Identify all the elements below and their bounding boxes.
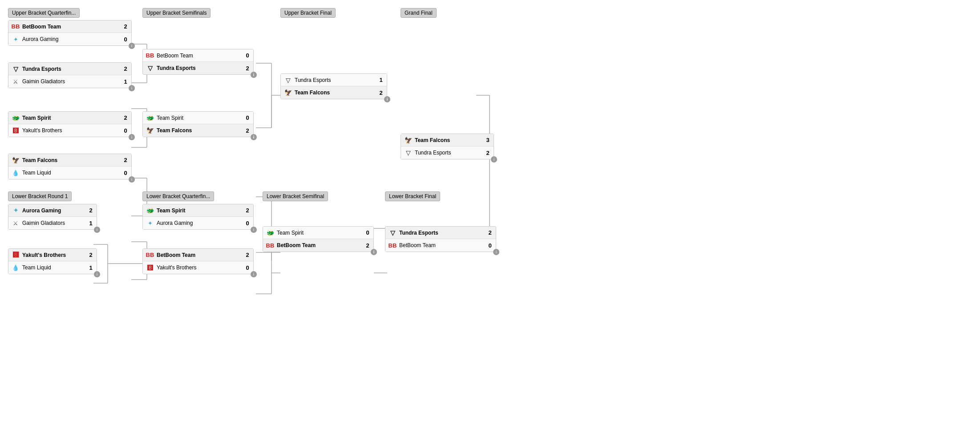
- team-name: Team Liquid: [22, 264, 86, 271]
- team-name: Tundra Esports: [399, 230, 485, 236]
- team-name: Team Falcons: [295, 89, 376, 96]
- team-score: 2: [487, 229, 493, 236]
- team-score: 1: [378, 77, 384, 83]
- logo-yakult: 🅱: [145, 263, 155, 272]
- team-score: 0: [244, 264, 251, 271]
- logo-falcons: 🦅: [283, 88, 293, 98]
- label-lbr1: Lower Bracket Round 1: [8, 191, 72, 201]
- team-score: 0: [487, 242, 493, 249]
- team-row: ▽ Tundra Esports 2 i: [401, 146, 494, 159]
- logo-gaimin: ⚔: [11, 77, 20, 86]
- logo-betboom: BB: [11, 22, 20, 32]
- team-row: 🦅 Team Falcons 2: [8, 154, 131, 167]
- logo-betboom: BB: [145, 51, 155, 61]
- team-score: 0: [364, 229, 371, 236]
- team-score: 2: [122, 114, 129, 121]
- team-score: 2: [88, 207, 94, 214]
- team-row: 🅱 Yakult's Brothers 2: [8, 249, 97, 261]
- label-gf: Grand Final: [401, 8, 437, 18]
- team-score: 0: [244, 52, 251, 59]
- logo-spirit: 🐲: [265, 228, 275, 238]
- logo-spirit: 🐲: [145, 113, 155, 123]
- info-icon[interactable]: i: [251, 72, 257, 78]
- team-name: BetBoom Team: [399, 242, 485, 248]
- info-icon[interactable]: i: [129, 134, 135, 140]
- team-name: BetBoom Team: [22, 24, 121, 30]
- team-name: Team Spirit: [277, 230, 363, 236]
- team-name: Team Falcons: [157, 127, 243, 134]
- label-lbq: Lower Bracket Quarterfin...: [142, 191, 214, 201]
- team-name: Aurora Gaming: [22, 36, 121, 42]
- match-ubs1: BB BetBoom Team 0 ▽ Tundra Esports 2 i: [142, 49, 254, 75]
- logo-betboom: BB: [145, 250, 155, 260]
- logo-tundra: ▽: [283, 75, 293, 85]
- team-score: 2: [485, 150, 491, 156]
- match-ubq3: 🐲 Team Spirit 2 🅱 Yakult's Brothers 0 i: [8, 111, 132, 137]
- logo-tundra: ▽: [11, 64, 20, 74]
- team-row: ▽ Tundra Esports 1: [281, 74, 387, 86]
- team-score: 2: [122, 65, 129, 72]
- label-lbf: Lower Bracket Final: [385, 191, 440, 201]
- info-icon[interactable]: i: [129, 43, 135, 49]
- logo-aurora: ✦: [11, 34, 20, 44]
- logo-yakult: 🅱: [11, 126, 20, 135]
- info-icon[interactable]: i: [371, 249, 377, 255]
- team-row: ▽ Tundra Esports 2: [385, 227, 496, 239]
- info-icon[interactable]: i: [129, 176, 135, 183]
- team-name: Tundra Esports: [295, 77, 376, 83]
- team-name: Yakult's Brothers: [157, 264, 243, 271]
- logo-betboom: BB: [265, 240, 275, 250]
- team-row: 🅱 Yakult's Brothers 0 i: [8, 124, 131, 137]
- logo-tundra: ▽: [388, 228, 397, 238]
- label-ubq: Upper Bracket Quarterfin...: [8, 8, 80, 18]
- match-lbq2: BB BetBoom Team 2 🅱 Yakult's Brothers 0 …: [142, 248, 254, 274]
- team-row: BB BetBoom Team 2: [8, 20, 131, 33]
- info-icon[interactable]: i: [94, 271, 100, 277]
- match-ubq4: 🦅 Team Falcons 2 💧 Team Liquid 0 i: [8, 154, 132, 179]
- match-lbr1: ✦ Aurora Gaming 2 ⚔ Gaimin Gladiators 1 …: [8, 204, 97, 230]
- team-row: ✦ Aurora Gaming 0 i: [143, 217, 253, 229]
- team-score: 2: [244, 252, 251, 258]
- match-lbr2: 🅱 Yakult's Brothers 2 💧 Team Liquid 1 i: [8, 248, 97, 274]
- info-icon[interactable]: i: [129, 85, 135, 91]
- logo-falcons: 🦅: [11, 155, 20, 165]
- info-icon[interactable]: i: [491, 156, 497, 163]
- team-row: 💧 Team Liquid 0 i: [8, 167, 131, 179]
- logo-betboom: BB: [388, 240, 397, 250]
- logo-spirit: 🐲: [11, 113, 20, 123]
- team-name: Gaimin Gladiators: [22, 220, 86, 226]
- team-score: 3: [485, 137, 491, 143]
- info-icon[interactable]: i: [251, 134, 257, 140]
- team-row: ✦ Aurora Gaming 2: [8, 204, 97, 217]
- team-score: 0: [122, 36, 129, 43]
- team-row: 🦅 Team Falcons 2 i: [281, 86, 387, 99]
- info-icon[interactable]: i: [384, 96, 390, 102]
- team-score: 0: [122, 127, 129, 134]
- team-score: 2: [88, 252, 94, 258]
- team-row: ▽ Tundra Esports 2: [8, 63, 131, 75]
- team-score: 2: [244, 65, 251, 72]
- team-name: Tundra Esports: [22, 66, 121, 72]
- team-name: BetBoom Team: [277, 242, 363, 248]
- match-ubs2: 🐲 Team Spirit 0 🦅 Team Falcons 2 i: [142, 111, 254, 137]
- team-score: 0: [244, 220, 251, 227]
- logo-liquid: 💧: [11, 168, 20, 178]
- team-row: BB BetBoom Team 0: [143, 49, 253, 62]
- label-ubf: Upper Bracket Final: [280, 8, 336, 18]
- info-icon[interactable]: i: [251, 227, 257, 233]
- info-icon[interactable]: i: [493, 249, 499, 255]
- match-ubf: ▽ Tundra Esports 1 🦅 Team Falcons 2 i: [280, 73, 387, 99]
- team-score: 1: [88, 264, 94, 271]
- logo-aurora: ✦: [145, 218, 155, 228]
- info-icon[interactable]: i: [251, 271, 257, 277]
- team-row: 🐲 Team Spirit 2: [8, 112, 131, 124]
- team-row: 💧 Team Liquid 1 i: [8, 261, 97, 274]
- label-ubs: Upper Bracket Semifinals: [142, 8, 211, 18]
- team-score: 0: [244, 114, 251, 121]
- team-score: 2: [378, 89, 384, 96]
- logo-falcons: 🦅: [145, 126, 155, 135]
- info-icon[interactable]: i: [94, 227, 100, 233]
- team-name: Team Spirit: [22, 115, 121, 121]
- team-row: BB BetBoom Team 2: [143, 249, 253, 261]
- team-score: 2: [244, 207, 251, 214]
